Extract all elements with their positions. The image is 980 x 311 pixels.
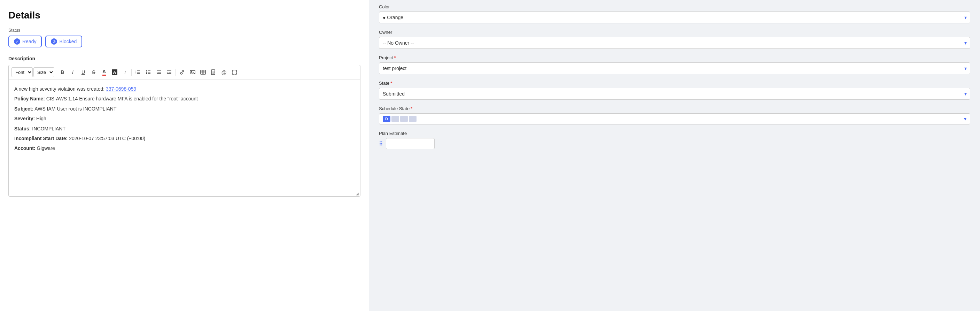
- svg-point-7: [146, 72, 147, 73]
- schedule-block-d: D: [383, 116, 390, 122]
- project-label: Project *: [379, 55, 970, 60]
- page-title: Details: [8, 10, 360, 21]
- image-button[interactable]: [188, 67, 197, 77]
- main-panel: Details Status ✓ Ready ⊘ Blocked Descrip…: [0, 0, 369, 311]
- block-icon: ⊘: [51, 38, 57, 45]
- svg-marker-15: [157, 72, 158, 73]
- content-policy: Policy Name: CIS-AWS 1.14 Ensure hardwar…: [14, 95, 355, 102]
- toolbar-divider-3: [175, 69, 176, 76]
- plan-estimate-wrapper: ⠿: [379, 138, 970, 149]
- content-intro: A new high severity violation was create…: [14, 85, 355, 93]
- owner-select-wrapper: -- No Owner --: [379, 37, 970, 49]
- indent-decrease-button[interactable]: [154, 67, 164, 77]
- content-severity: Severity: High: [14, 115, 355, 122]
- link-button[interactable]: [177, 67, 187, 77]
- unordered-list-button[interactable]: [143, 67, 153, 77]
- state-field: State * Submitted Open In Progress Done: [379, 81, 970, 100]
- status-field-label: Status:: [14, 126, 31, 131]
- plan-estimate-label: Plan Estimate: [379, 131, 970, 136]
- bold-button[interactable]: B: [57, 67, 67, 77]
- indent-increase-button[interactable]: [164, 67, 174, 77]
- description-editor: Font Size B I U S A A I 123: [8, 65, 360, 197]
- svg-point-8: [146, 73, 147, 74]
- highlight-button[interactable]: A: [110, 67, 119, 77]
- violation-link[interactable]: 337-0698-059: [106, 86, 136, 92]
- account-label: Account:: [14, 145, 35, 151]
- document-button[interactable]: [208, 67, 218, 77]
- severity-label: Severity:: [14, 116, 35, 121]
- mention-button[interactable]: @: [219, 67, 229, 77]
- content-subject: Subject: AWS IAM User root is INCOMPLIAN…: [14, 105, 355, 113]
- state-label: State *: [379, 81, 970, 86]
- plan-estimate-input[interactable]: [386, 138, 434, 149]
- underline-button[interactable]: U: [78, 67, 88, 77]
- resize-handle[interactable]: ◢: [9, 191, 360, 196]
- blocked-button[interactable]: ⊘ Blocked: [45, 35, 82, 48]
- schedule-state-label: Schedule State *: [379, 106, 970, 111]
- policy-label: Policy Name:: [14, 96, 45, 102]
- table-button[interactable]: [198, 67, 208, 77]
- italic-button[interactable]: I: [68, 67, 78, 77]
- owner-field: Owner -- No Owner --: [379, 30, 970, 49]
- subject-value: AWS IAM User root is INCOMPLIANT: [35, 106, 116, 112]
- fullscreen-button[interactable]: [229, 67, 239, 77]
- state-select-wrapper: Submitted Open In Progress Done: [379, 88, 970, 100]
- blocked-label: Blocked: [59, 39, 76, 44]
- status-field-value: INCOMPLIANT: [32, 126, 65, 131]
- content-status: Status: INCOMPLIANT: [14, 125, 355, 132]
- strikethrough-button[interactable]: S: [89, 67, 99, 77]
- color-field: Color ● Orange ● Red ● Green ● Blue: [379, 4, 970, 23]
- svg-marker-19: [167, 72, 168, 73]
- ready-button[interactable]: ✓ Ready: [8, 35, 42, 48]
- date-value: 2020-10-07 23:57:03 UTC (+00:00): [69, 136, 145, 141]
- state-required: *: [390, 81, 392, 86]
- date-label: Incompliant Start Date:: [14, 136, 68, 141]
- ready-label: Ready: [22, 39, 36, 44]
- side-panel: Color ● Orange ● Red ● Green ● Blue Owne…: [369, 0, 980, 311]
- status-label: Status: [8, 28, 360, 33]
- project-field: Project * test project: [379, 55, 970, 74]
- project-select-wrapper: test project: [379, 62, 970, 74]
- owner-select[interactable]: -- No Owner --: [379, 37, 970, 49]
- ordered-list-button[interactable]: 123: [133, 67, 143, 77]
- content-account: Account: Gigware: [14, 144, 355, 152]
- check-icon: ✓: [14, 38, 20, 45]
- svg-rect-22: [200, 70, 205, 74]
- account-value: Gigware: [37, 145, 55, 151]
- project-required: *: [394, 55, 396, 60]
- svg-text:3: 3: [135, 73, 137, 74]
- content-date: Incompliant Start Date: 2020-10-07 23:57…: [14, 135, 355, 142]
- plan-estimate-field: Plan Estimate ⠿: [379, 131, 970, 149]
- toolbar-divider-1: [56, 69, 56, 76]
- status-row: ✓ Ready ⊘ Blocked: [8, 35, 360, 48]
- font-color-button[interactable]: A: [99, 67, 109, 77]
- schedule-block-3: [409, 116, 417, 122]
- color-select[interactable]: ● Orange ● Red ● Green ● Blue: [379, 11, 970, 23]
- project-select[interactable]: test project: [379, 62, 970, 74]
- italic-alt-button[interactable]: I: [120, 67, 130, 77]
- font-select[interactable]: Font: [11, 67, 33, 77]
- schedule-state-select[interactable]: D: [379, 113, 970, 124]
- policy-value: CIS-AWS 1.14 Ensure hardware MFA is enab…: [46, 96, 198, 102]
- schedule-block-2: [400, 116, 408, 122]
- color-label: Color: [379, 4, 970, 10]
- grid-icon[interactable]: ⠿: [379, 140, 383, 147]
- severity-value: High: [36, 116, 46, 121]
- schedule-block-1: [391, 116, 399, 122]
- state-select[interactable]: Submitted Open In Progress Done: [379, 88, 970, 100]
- toolbar-divider-2: [131, 69, 132, 76]
- schedule-state-required: *: [410, 106, 412, 111]
- schedule-blocks: D: [383, 116, 417, 122]
- svg-point-6: [146, 70, 147, 72]
- color-select-wrapper: ● Orange ● Red ● Green ● Blue: [379, 11, 970, 23]
- subject-label: Subject:: [14, 106, 33, 112]
- size-select[interactable]: Size: [33, 67, 54, 77]
- schedule-state-field: Schedule State * D: [379, 106, 970, 124]
- description-label: Description: [8, 56, 360, 61]
- editor-content[interactable]: A new high severity violation was create…: [9, 80, 360, 191]
- owner-label: Owner: [379, 30, 970, 35]
- editor-toolbar: Font Size B I U S A A I 123: [9, 65, 360, 80]
